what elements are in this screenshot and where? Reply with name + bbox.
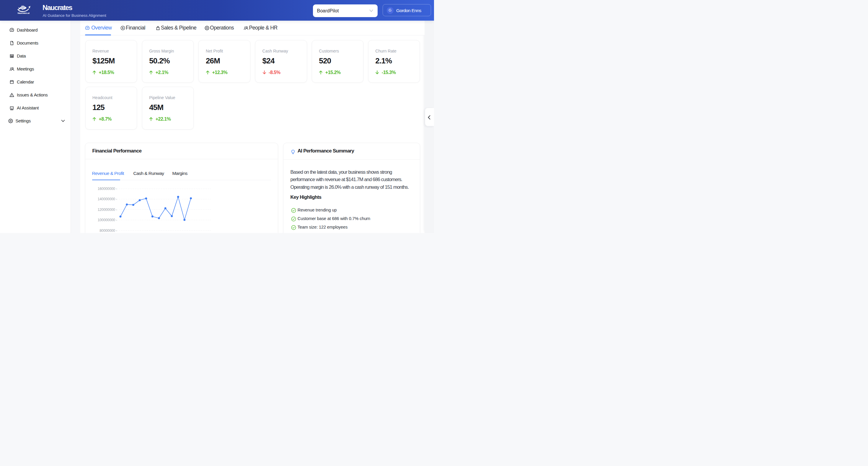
svg-text:80000000 -: 80000000 - xyxy=(99,229,117,233)
svg-text:160000000 -: 160000000 - xyxy=(98,187,117,191)
svg-text:140000000 -: 140000000 - xyxy=(98,197,117,201)
svg-text:Naucrates.ai: Naucrates.ai xyxy=(18,11,30,14)
svg-text:100000000 -: 100000000 - xyxy=(98,218,117,222)
svg-text:$: $ xyxy=(122,26,124,30)
svg-text:120000000 -: 120000000 - xyxy=(98,208,117,212)
